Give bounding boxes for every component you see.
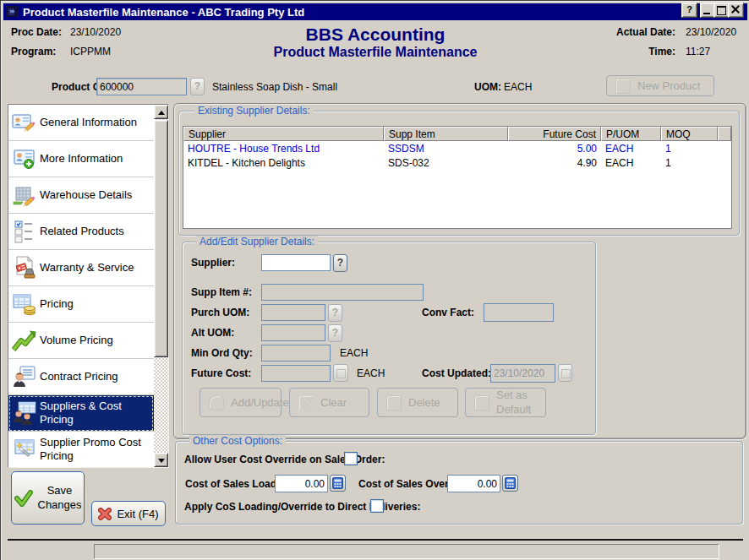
window-title: Product Masterfile Maintenance - ABC Tra…	[23, 6, 304, 19]
uom-value: EACH	[504, 81, 532, 93]
cell-moq: 1	[661, 143, 718, 155]
apply-cos-checkbox[interactable]	[370, 499, 384, 513]
status-bar-field	[94, 544, 719, 559]
table-row[interactable]: KITDEL - Kitchen DelightsSDS-0324.90EACH…	[183, 155, 731, 170]
cos-override-input[interactable]	[447, 475, 500, 492]
page-title: Product Masterfile Maintenance	[185, 45, 566, 60]
supplier-table: SupplierSupp ItemFuture CostP/UOMMOQ HOU…	[183, 126, 732, 229]
column-header[interactable]: MOQ	[661, 127, 718, 141]
conv-fact-input[interactable]	[484, 303, 554, 322]
sidebar-item-general-information[interactable]: General Information	[8, 105, 154, 141]
min-ord-qty-input[interactable]	[261, 345, 331, 362]
checklist-icon	[12, 219, 37, 244]
min-ord-uom-text: EACH	[340, 347, 368, 359]
exit-button[interactable]: Exit (F4)	[91, 501, 166, 526]
app-title: BBS Accounting	[206, 24, 544, 45]
arrow-up-icon	[158, 111, 165, 115]
add-update-icon	[209, 395, 224, 410]
sidebar-item-label: Warranty & Service	[40, 261, 148, 275]
future-cost-input[interactable]	[261, 365, 331, 382]
add-update-button[interactable]: Add/Update	[200, 388, 282, 417]
sidebar-item-label: Suppliers & Cost Pricing	[40, 400, 148, 427]
cell-moq: 1	[661, 157, 718, 169]
cost-updated-input[interactable]	[490, 364, 555, 383]
sidebar-item-related-products[interactable]: Related Products	[8, 214, 154, 250]
app-window: Product Masterfile Maintenance - ABC Tra…	[0, 0, 749, 560]
set-as-default-button[interactable]: Set as Default	[465, 388, 546, 417]
sidebar-item-label: General Information	[40, 116, 148, 129]
purch-uom-input[interactable]	[261, 304, 325, 321]
column-header[interactable]: Future Cost	[508, 127, 601, 141]
green-check-icon	[14, 490, 33, 507]
save-changes-button[interactable]: Save Changes	[11, 471, 85, 525]
sidebar-item-warehouse-details[interactable]: Warehouse Details	[8, 177, 154, 214]
scroll-up-button[interactable]	[154, 105, 168, 119]
red-x-icon	[98, 508, 112, 520]
cell-p_uom: EACH	[601, 143, 661, 155]
allow-override-checkbox[interactable]	[344, 452, 358, 465]
uom-label: UOM:	[474, 81, 501, 93]
set-default-icon	[474, 395, 489, 410]
column-header[interactable]: Supplier	[183, 127, 384, 141]
column-header[interactable]: Supp Item	[384, 127, 508, 141]
arrow-down-icon	[158, 459, 165, 463]
supplier-lookup-button[interactable]: ?	[333, 254, 347, 272]
sidebar-item-contract-pricing[interactable]: Contract Pricing	[8, 359, 154, 395]
sidebar-item-suppliers-cost-pricing[interactable]: Suppliers & Cost Pricing	[8, 395, 154, 432]
cell-supplier: HOUTRE - House Trends Ltd	[183, 143, 384, 155]
future-cost-calculator-button[interactable]	[333, 364, 348, 382]
table-row[interactable]: HOUTRE - House Trends LtdSSDSM5.00EACH1	[183, 141, 731, 155]
table-coins-icon	[12, 291, 37, 317]
title-bar: Product Masterfile Maintenance - ABC Tra…	[3, 3, 747, 20]
time-value: 11:27	[686, 46, 710, 57]
cost-updated-calendar-button[interactable]	[558, 364, 572, 382]
clear-button[interactable]: Clear	[289, 388, 369, 417]
cell-supplier: KITDEL - Kitchen Delights	[183, 157, 384, 169]
supplier-input[interactable]	[261, 254, 331, 271]
alt-uom-lookup-button[interactable]: ?	[328, 324, 342, 342]
purch-uom-lookup-button[interactable]: ?	[328, 304, 342, 322]
alt-uom-input[interactable]	[261, 324, 325, 341]
stamp-document-icon	[12, 255, 37, 280]
add-edit-group: Add/Edit Supplier Details: Supplier: ? S…	[182, 242, 596, 435]
other-cost-group-title: Other Cost Options:	[189, 435, 286, 447]
sidebar-item-warranty-service[interactable]: Warranty & Service	[8, 250, 154, 286]
sidebar-item-label: Warehouse Details	[40, 188, 148, 202]
sidebar-list: General InformationMore InformationWareh…	[8, 105, 154, 467]
close-button[interactable]	[728, 3, 744, 18]
cos-override-calculator-button[interactable]	[502, 475, 518, 492]
sidebar-scrollbar[interactable]	[154, 105, 168, 467]
column-header[interactable]: P/UOM	[601, 127, 661, 141]
calculator-icon	[332, 477, 343, 489]
sidebar-item-pricing[interactable]: Pricing	[8, 286, 154, 323]
future-cost-label: Future Cost:	[191, 367, 251, 379]
sidebar-item-volume-pricing[interactable]: Volume Pricing	[8, 323, 154, 359]
growth-chart-icon	[12, 328, 37, 353]
calculator-icon	[505, 477, 516, 489]
wand-table-icon	[12, 437, 37, 462]
product-code-input[interactable]	[96, 78, 187, 95]
clear-icon	[298, 395, 314, 410]
other-cost-group: Other Cost Options: Allow User Cost Over…	[175, 441, 743, 525]
cell-supp_item: SSDSM	[384, 143, 508, 155]
sidebar-item-more-information[interactable]: More Information	[8, 141, 154, 177]
purch-uom-label: Purch UOM:	[191, 307, 249, 318]
existing-supplier-group-title: Existing Supplier Details:	[194, 105, 314, 117]
card-plus-icon	[12, 146, 37, 171]
column-header[interactable]	[718, 127, 731, 141]
footer-divider	[8, 539, 743, 541]
sidebar-item-supplier-promo-cost-pricing[interactable]: Supplier Promo Cost Pricing	[8, 432, 154, 468]
help-button[interactable]: ?	[681, 3, 697, 18]
future-cost-uom-text: EACH	[357, 367, 385, 379]
product-code-lookup-button[interactable]: ?	[190, 78, 205, 95]
scrollbar-thumb[interactable]	[154, 120, 168, 357]
cos-loading-calculator-button[interactable]	[330, 475, 346, 492]
scroll-down-button[interactable]	[154, 453, 168, 467]
actual-date-value: 23/10/2020	[686, 26, 736, 38]
proc-date-label: Proc Date:	[11, 26, 62, 38]
delete-button[interactable]: Delete	[377, 388, 458, 417]
supp-item-label: Supp Item #:	[191, 286, 252, 298]
supp-item-input[interactable]	[261, 284, 424, 301]
cos-loading-input[interactable]	[275, 475, 328, 492]
new-product-button[interactable]: New Product	[606, 75, 714, 96]
